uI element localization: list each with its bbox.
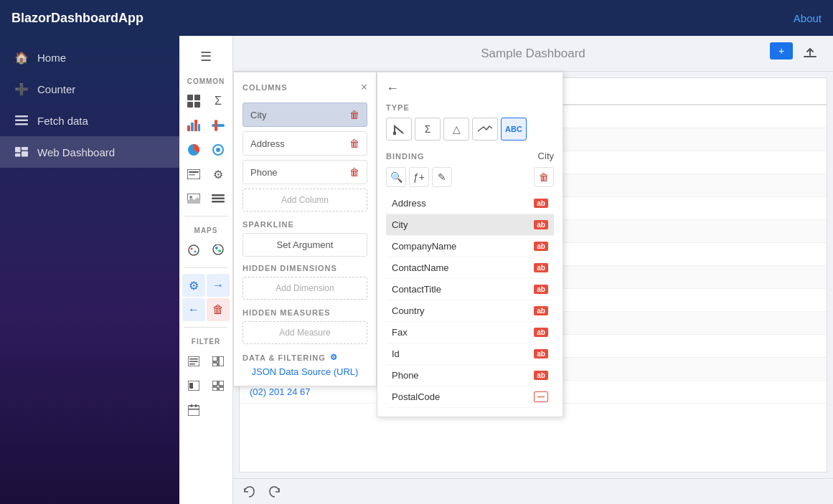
filter-label: FILTER: [192, 332, 220, 348]
json-source-link[interactable]: JSON Data Source (URL): [243, 366, 367, 377]
range-btn[interactable]: [207, 114, 230, 137]
field-item[interactable]: CompanyNameab: [386, 236, 554, 257]
toolbox-divider-3: [184, 327, 227, 328]
toolbox-maps-grid: [181, 237, 231, 263]
app-title: BlazorDashboardApp: [11, 11, 143, 26]
binding-back-button[interactable]: ←: [386, 81, 554, 96]
field-item[interactable]: Faxab: [386, 322, 554, 343]
field-item[interactable]: Countryab: [386, 300, 554, 322]
column-items: City🗑Address🗑Phone🗑: [243, 103, 367, 184]
settings-btn[interactable]: ⚙: [182, 274, 205, 297]
pie-btn[interactable]: [182, 138, 205, 161]
add-widget-button[interactable]: +: [770, 42, 793, 60]
column-item[interactable]: Address🗑: [243, 131, 367, 156]
data-filtering-gear-icon[interactable]: ⚙: [330, 353, 338, 362]
card-btn[interactable]: [182, 163, 205, 186]
filter3-btn[interactable]: [182, 374, 205, 397]
redo-button[interactable]: [265, 482, 285, 502]
column-delete-icon[interactable]: 🗑: [349, 109, 359, 120]
gauge-btn[interactable]: [207, 138, 230, 161]
type-text-btn[interactable]: ABC: [501, 118, 527, 141]
field-label: Fax: [392, 327, 408, 338]
image-btn[interactable]: [182, 187, 205, 210]
custom-btn[interactable]: ⚙: [207, 163, 230, 186]
column-item-label: Phone: [250, 167, 278, 178]
hamburger-icon[interactable]: ☰: [193, 42, 219, 72]
field-badge: ab: [534, 263, 548, 272]
column-item[interactable]: City🗑: [243, 103, 367, 127]
add-measure-button[interactable]: Add Measure: [243, 321, 367, 344]
geo-btn[interactable]: [182, 239, 205, 262]
data-filtering-row: DATA & FILTERING ⚙: [243, 353, 367, 362]
field-item[interactable]: ContactTitleab: [386, 279, 554, 300]
svg-point-28: [189, 245, 199, 255]
sidebar-item-home[interactable]: 🏠 Home: [0, 42, 179, 73]
column-delete-icon[interactable]: 🗑: [349, 166, 359, 178]
sidebar-item-web-dashboard[interactable]: Web Dashboard: [0, 136, 179, 168]
delete-btn[interactable]: 🗑: [207, 298, 230, 321]
svg-rect-50: [188, 409, 199, 410]
pivot-btn[interactable]: Σ: [207, 90, 230, 113]
svg-point-33: [218, 249, 221, 252]
add-dimension-button[interactable]: Add Dimension: [243, 277, 367, 300]
geomap-btn[interactable]: [207, 239, 230, 262]
undo-button[interactable]: [239, 482, 259, 502]
chart-btn[interactable]: [182, 114, 205, 137]
columns-panel: COLUMNS × City🗑Address🗑Phone🗑 Add Column…: [233, 72, 377, 386]
column-item-label: City: [250, 110, 266, 120]
binding-panel: ← TYPE Σ △ ABC BINDING City: [377, 72, 563, 417]
field-badge: ab: [534, 199, 548, 208]
field-item[interactable]: Idab: [386, 343, 554, 365]
dashboard-header-actions: +: [770, 42, 822, 65]
column-item[interactable]: Phone🗑: [243, 160, 367, 184]
type-delta-btn[interactable]: △: [443, 118, 469, 141]
svg-rect-5: [22, 147, 28, 151]
sparkline-section-label: SPARKLINE: [243, 220, 367, 229]
binding-add-btn[interactable]: ƒ+: [409, 167, 429, 187]
svg-rect-11: [187, 125, 190, 131]
toolbox-divider-2: [184, 267, 227, 268]
sidebar-item-fetch-data[interactable]: Fetch data: [0, 105, 179, 136]
type-icons: Σ △ ABC: [386, 118, 554, 141]
filter4-btn[interactable]: [207, 374, 230, 397]
import-btn[interactable]: ←: [182, 298, 205, 321]
field-item[interactable]: PostalCode—: [386, 386, 554, 408]
field-item[interactable]: Cityab: [386, 214, 554, 236]
common-label: COMMON: [187, 72, 225, 88]
binding-edit-btn[interactable]: ✎: [432, 167, 452, 187]
type-sum-btn[interactable]: Σ: [415, 118, 441, 141]
filter2-btn[interactable]: [207, 350, 230, 373]
columns-panel-close[interactable]: ×: [361, 81, 367, 94]
svg-rect-44: [219, 381, 224, 386]
type-dimension-btn[interactable]: [386, 118, 412, 141]
svg-point-29: [191, 248, 193, 250]
type-sparkline-btn[interactable]: [472, 118, 498, 141]
sidebar-item-counter[interactable]: ➕ Counter: [0, 73, 179, 105]
field-item[interactable]: Addressab: [386, 193, 554, 214]
field-item[interactable]: Phoneab: [386, 365, 554, 386]
svg-rect-8: [194, 95, 200, 100]
grid-btn[interactable]: [182, 90, 205, 113]
svg-rect-51: [804, 56, 816, 57]
svg-rect-13: [194, 120, 197, 131]
about-link[interactable]: About: [794, 12, 822, 24]
field-label: Address: [392, 198, 426, 209]
sidebar-item-label: Fetch data: [37, 115, 88, 127]
field-item[interactable]: ContactNameab: [386, 257, 554, 279]
filter1-btn[interactable]: [182, 350, 205, 373]
column-delete-icon[interactable]: 🗑: [349, 138, 359, 149]
svg-rect-27: [212, 201, 225, 203]
add-column-button[interactable]: Add Column: [243, 189, 367, 211]
svg-rect-22: [189, 174, 195, 176]
set-argument-button[interactable]: Set Argument: [243, 233, 367, 257]
toolbox: ☰ COMMON Σ: [179, 36, 233, 504]
calendar-btn[interactable]: [182, 399, 205, 422]
binding-delete-btn[interactable]: 🗑: [534, 167, 554, 187]
export-btn[interactable]: →: [207, 274, 230, 297]
binding-search-btn[interactable]: 🔍: [386, 167, 406, 187]
main-layout: 🏠 Home ➕ Counter Fetch data: [0, 36, 833, 504]
svg-rect-36: [189, 361, 198, 363]
svg-rect-15: [212, 124, 225, 127]
upload-button[interactable]: [799, 42, 822, 65]
list-btn[interactable]: [207, 187, 230, 210]
